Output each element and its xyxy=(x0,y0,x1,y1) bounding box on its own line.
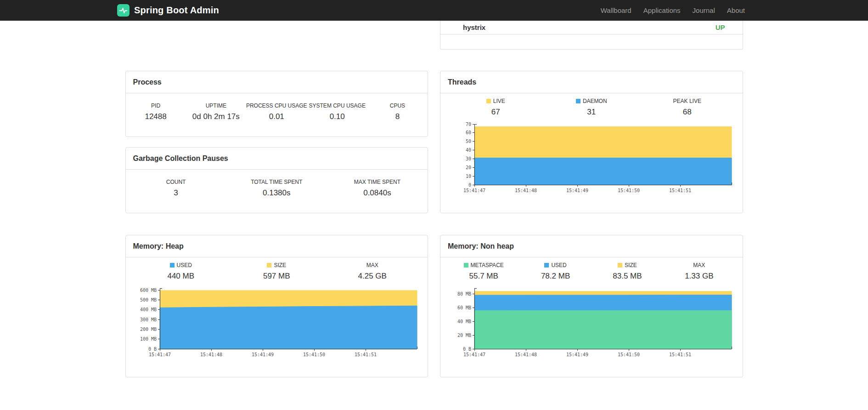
legend-label: SIZE xyxy=(592,262,663,268)
stat-value: 0.10 xyxy=(307,112,367,121)
svg-text:600 MB: 600 MB xyxy=(140,288,156,293)
svg-text:15:41:49: 15:41:49 xyxy=(251,352,273,357)
svg-text:80 MB: 80 MB xyxy=(457,291,471,296)
application-name: hystrix xyxy=(463,23,485,31)
row-middle: Process PID 12488 UPTIME 0d 0h 2m 17s PR… xyxy=(125,71,743,213)
svg-text:200 MB: 200 MB xyxy=(140,327,156,332)
legend-label: PEAK LIVE xyxy=(639,98,735,104)
status-badge: UP xyxy=(716,23,725,31)
stat-gc-total-time: TOTAL TIME SPENT 0.1380s xyxy=(226,179,327,198)
legend-value: 597 MB xyxy=(229,272,325,281)
legend-text: SIZE xyxy=(274,262,286,268)
brand-link[interactable]: Spring Boot Admin xyxy=(117,4,219,17)
legend-label: USED xyxy=(133,262,229,268)
memory-nonheap-panel-body: METASPACE 55.7 MB USED 78.2 MB SIZE 83.5… xyxy=(440,257,743,360)
navbar-container: Spring Boot Admin Wallboard Applications… xyxy=(117,0,751,21)
legend-text: DAEMON xyxy=(583,98,607,104)
heap-size-swatch xyxy=(267,263,271,268)
legend-label: LIVE xyxy=(448,98,544,104)
application-row-hystrix[interactable]: hystrix UP xyxy=(440,21,743,34)
stat-gc-max-time: MAX TIME SPENT 0.0840s xyxy=(327,179,428,198)
svg-text:60 MB: 60 MB xyxy=(457,305,471,310)
memory-heap-panel-title: Memory: Heap xyxy=(126,235,428,257)
svg-text:0: 0 xyxy=(468,182,471,188)
memory-heap-panel: Memory: Heap USED 440 MB SIZE 597 MB MAX xyxy=(125,235,428,377)
legend-text: METASPACE xyxy=(471,262,504,268)
svg-text:15:41:49: 15:41:49 xyxy=(566,352,588,357)
threads-panel-title: Threads xyxy=(440,71,743,93)
svg-text:20 MB: 20 MB xyxy=(457,333,471,338)
stat-label: TOTAL TIME SPENT xyxy=(226,179,327,185)
row-bottom: Memory: Heap USED 440 MB SIZE 597 MB MAX xyxy=(125,235,743,377)
svg-text:20: 20 xyxy=(466,165,471,170)
legend-value: 68 xyxy=(639,108,735,117)
live-series-swatch xyxy=(486,99,491,103)
stat-uptime: UPTIME 0d 0h 2m 17s xyxy=(186,102,246,121)
svg-text:60: 60 xyxy=(466,130,471,135)
stat-value: 0.0840s xyxy=(327,188,428,198)
legend-text: MAX xyxy=(693,262,705,268)
memory-nonheap-chart: 0 B20 MB40 MB60 MB80 MB15:41:4715:41:481… xyxy=(448,285,735,360)
svg-text:70: 70 xyxy=(466,122,471,127)
process-stats: PID 12488 UPTIME 0d 0h 2m 17s PROCESS CP… xyxy=(126,93,428,121)
svg-text:10: 10 xyxy=(466,174,471,179)
svg-text:100 MB: 100 MB xyxy=(140,336,156,342)
legend-value: 78.2 MB xyxy=(519,272,591,281)
svg-text:50: 50 xyxy=(466,139,471,144)
legend-nonheap-max: MAX 1.33 GB xyxy=(663,262,735,281)
svg-text:0 B: 0 B xyxy=(148,347,156,352)
legend-text: LIVE xyxy=(493,98,505,104)
legend-value: 1.33 GB xyxy=(663,272,735,281)
top-navbar: Spring Boot Admin Wallboard Applications… xyxy=(0,0,868,21)
legend-nonheap-used: USED 78.2 MB xyxy=(519,262,591,281)
legend-heap-max: MAX 4.25 GB xyxy=(325,262,421,281)
stat-label: PID xyxy=(126,102,186,109)
stat-gc-count: COUNT 3 xyxy=(126,179,226,198)
svg-text:15:41:51: 15:41:51 xyxy=(354,352,376,357)
legend-text: SIZE xyxy=(625,262,637,268)
legend-text: USED xyxy=(551,262,566,268)
nonheap-legend: METASPACE 55.7 MB USED 78.2 MB SIZE 83.5… xyxy=(448,257,735,281)
nonheap-size-swatch xyxy=(618,263,622,268)
svg-text:15:41:47: 15:41:47 xyxy=(148,352,170,357)
svg-text:30: 30 xyxy=(466,156,471,161)
stat-label: PROCESS CPU USAGE xyxy=(246,102,307,109)
stat-value: 0.1380s xyxy=(226,188,327,198)
series-used xyxy=(160,306,417,349)
nav-item-wallboard[interactable]: Wallboard xyxy=(595,0,637,21)
gc-stats: COUNT 3 TOTAL TIME SPENT 0.1380s MAX TIM… xyxy=(126,170,428,198)
legend-heap-used: USED 440 MB xyxy=(133,262,229,281)
svg-text:15:41:50: 15:41:50 xyxy=(618,352,640,357)
svg-text:0 B: 0 B xyxy=(463,347,471,352)
daemon-series-swatch xyxy=(576,99,581,103)
col-left-empty xyxy=(125,21,428,50)
svg-text:15:41:51: 15:41:51 xyxy=(669,352,691,357)
col-left-middle: Process PID 12488 UPTIME 0d 0h 2m 17s PR… xyxy=(125,71,428,213)
memory-nonheap-panel-title: Memory: Non heap xyxy=(440,235,743,257)
svg-text:15:41:50: 15:41:50 xyxy=(303,352,325,357)
threads-panel: Threads LIVE 67 DAEMON 31 PEAK LIVE xyxy=(440,71,743,213)
stat-label: UPTIME xyxy=(186,102,246,109)
stat-process-cpu-usage: PROCESS CPU USAGE 0.01 xyxy=(246,102,307,121)
legend-label: MAX xyxy=(663,262,735,268)
svg-text:15:41:47: 15:41:47 xyxy=(463,352,485,357)
navbar-menu: Wallboard Applications Journal About xyxy=(595,0,751,21)
legend-value: 4.25 GB xyxy=(325,272,421,281)
main-content: hystrix UP Process PID 12488 UPTIME 0d 0… xyxy=(125,21,743,377)
nav-item-about[interactable]: About xyxy=(721,0,751,21)
memory-nonheap-panel: Memory: Non heap METASPACE 55.7 MB USED … xyxy=(440,235,743,377)
stat-value: 0.01 xyxy=(246,112,307,121)
series-metaspace xyxy=(474,311,732,349)
stat-label: MAX TIME SPENT xyxy=(327,179,428,185)
metaspace-swatch xyxy=(464,263,468,268)
legend-value: 55.7 MB xyxy=(448,272,519,281)
svg-text:40 MB: 40 MB xyxy=(457,319,471,324)
stat-value: 8 xyxy=(367,112,428,121)
nav-item-journal[interactable]: Journal xyxy=(687,0,721,21)
nav-item-applications[interactable]: Applications xyxy=(637,0,687,21)
svg-text:500 MB: 500 MB xyxy=(140,297,156,302)
legend-text: PEAK LIVE xyxy=(673,98,701,104)
legend-value: 83.5 MB xyxy=(592,272,663,281)
legend-daemon: DAEMON 31 xyxy=(544,98,640,117)
brand-title: Spring Boot Admin xyxy=(134,5,219,16)
